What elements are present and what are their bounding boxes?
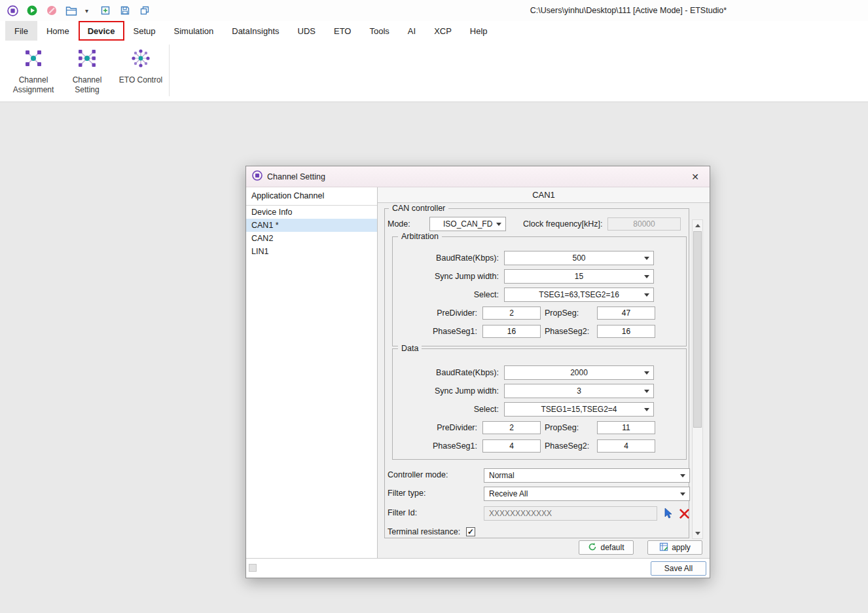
arb-phaseseg2-input[interactable] xyxy=(597,325,655,338)
data-phaseseg1-label: PhaseSeg1: xyxy=(393,441,482,451)
stop-disabled-icon[interactable] xyxy=(46,5,58,16)
data-propseg-label: PropSeg: xyxy=(541,423,597,432)
arb-baudrate-row: BaudRate(Kbps): 500 xyxy=(393,249,686,267)
arb-syncjump-row: Sync Jump width: 15 xyxy=(393,267,686,286)
pick-cursor-icon[interactable] xyxy=(661,506,676,521)
data-phaseseg1-input[interactable] xyxy=(482,439,541,453)
arb-baudrate-label: BaudRate(Kbps): xyxy=(393,253,504,263)
sidebar-item-device-info[interactable]: Device Info xyxy=(246,206,377,219)
menu-simulation[interactable]: Simulation xyxy=(165,21,223,41)
channel-setting-dialog: Channel Setting ✕ Application Channel De… xyxy=(245,166,710,578)
data-baudrate-label: BaudRate(Kbps): xyxy=(393,368,504,377)
channel-assignment-button[interactable]: Channel Assignment xyxy=(7,41,60,102)
terminal-resistance-label: Terminal resistance: xyxy=(388,527,460,536)
menu-simulation-label: Simulation xyxy=(174,26,214,36)
data-select-label: Select: xyxy=(393,405,504,414)
menu-tools[interactable]: Tools xyxy=(360,21,398,41)
data-predivider-input[interactable] xyxy=(482,421,541,434)
channel-settings-panel: CAN1 CAN controller Mode: ISO_CAN_FD Clo… xyxy=(378,187,710,558)
data-phaseseg2-input[interactable] xyxy=(597,439,655,453)
ribbon-device: Channel Assignment Channel Setting ETO C… xyxy=(0,41,868,102)
menu-datainsights[interactable]: DataInsights xyxy=(223,21,288,41)
default-button[interactable]: default xyxy=(579,540,634,555)
data-baudrate-row: BaudRate(Kbps): 2000 xyxy=(393,363,686,382)
channel-setting-icon xyxy=(77,48,97,71)
menu-setup[interactable]: Setup xyxy=(124,21,165,41)
menu-ai[interactable]: AI xyxy=(399,21,425,41)
menu-home[interactable]: Home xyxy=(37,21,79,41)
menu-help[interactable]: Help xyxy=(461,21,497,41)
data-divider-row: PreDivider: PropSeg: xyxy=(393,418,686,437)
arb-baudrate-value: 500 xyxy=(505,251,653,265)
apply-icon xyxy=(659,542,668,553)
arbitration-group: Arbitration BaudRate(Kbps): 500 Sync Jum… xyxy=(392,236,687,346)
dialog-app-icon xyxy=(252,170,262,183)
terminal-resistance-row: Terminal resistance: ✓ xyxy=(385,525,689,540)
data-syncjump-row: Sync Jump width: 3 xyxy=(393,382,686,400)
arb-phaseseg1-input[interactable] xyxy=(482,325,541,338)
channel-assignment-label: Channel Assignment xyxy=(7,75,60,95)
dropdown-arrow-icon xyxy=(680,492,685,496)
eto-control-button[interactable]: ETO Control xyxy=(114,41,168,102)
dropdown-arrow-icon xyxy=(644,257,649,260)
menu-ai-label: AI xyxy=(408,26,416,36)
sidebar-item-can1[interactable]: CAN1 * xyxy=(246,219,377,232)
filter-type-value: Receive All xyxy=(484,487,689,500)
apply-button[interactable]: apply xyxy=(647,540,702,555)
data-syncjump-combo[interactable]: 3 xyxy=(504,384,654,398)
controller-mode-combo[interactable]: Normal xyxy=(484,468,690,483)
data-baudrate-value: 2000 xyxy=(505,366,653,379)
can-controller-group-title: CAN controller xyxy=(389,204,448,213)
menu-file[interactable]: File xyxy=(5,21,37,41)
mode-combo[interactable]: ISO_CAN_FD xyxy=(429,217,506,231)
data-propseg-input[interactable] xyxy=(597,421,655,434)
save-icon[interactable] xyxy=(119,5,131,16)
menu-tools-label: Tools xyxy=(369,26,389,36)
menu-eto[interactable]: ETO xyxy=(325,21,361,41)
new-project-icon[interactable] xyxy=(99,5,111,16)
open-folder-icon[interactable] xyxy=(65,5,77,16)
filter-type-combo[interactable]: Receive All xyxy=(484,487,690,501)
menu-datainsights-label: DataInsights xyxy=(232,26,279,36)
arb-select-row: Select: TSEG1=63,TSEG2=16 xyxy=(393,286,686,304)
menu-file-label: File xyxy=(14,26,28,36)
clear-filter-icon[interactable] xyxy=(677,506,691,521)
data-phaseseg2-label: PhaseSeg2: xyxy=(541,441,597,451)
scroll-down-button[interactable] xyxy=(693,528,702,538)
quick-access-toolbar: ▾ xyxy=(7,0,151,21)
scrollbar-thumb[interactable] xyxy=(693,231,702,428)
arb-predivider-input[interactable] xyxy=(482,306,541,320)
arb-syncjump-combo[interactable]: 15 xyxy=(504,269,654,284)
arb-syncjump-label: Sync Jump width: xyxy=(393,272,504,281)
arb-propseg-input[interactable] xyxy=(597,306,655,320)
open-dropdown-caret-icon[interactable]: ▾ xyxy=(85,7,92,14)
vertical-scrollbar[interactable] xyxy=(692,219,703,539)
data-select-value: TSEG1=15,TSEG2=4 xyxy=(505,403,653,416)
dropdown-arrow-icon xyxy=(644,275,649,278)
data-syncjump-value: 3 xyxy=(505,384,653,398)
dialog-body: Application Channel Device Info CAN1 * C… xyxy=(246,187,710,558)
sidebar-item-lin1[interactable]: LIN1 xyxy=(246,245,377,258)
menu-device[interactable]: Device xyxy=(79,21,124,41)
data-select-combo[interactable]: TSEG1=15,TSEG2=4 xyxy=(504,402,654,417)
arb-baudrate-combo[interactable]: 500 xyxy=(504,251,654,265)
arb-select-combo[interactable]: TSEG1=63,TSEG2=16 xyxy=(504,288,654,302)
run-icon[interactable] xyxy=(26,5,38,16)
scroll-up-button[interactable] xyxy=(693,220,702,231)
controller-mode-value: Normal xyxy=(484,469,689,482)
menu-uds[interactable]: UDS xyxy=(289,21,325,41)
copy-windows-icon[interactable] xyxy=(139,5,151,16)
data-baudrate-combo[interactable]: 2000 xyxy=(504,365,654,380)
arb-phaseseg1-label: PhaseSeg1: xyxy=(393,327,482,336)
dialog-title: Channel Setting xyxy=(267,172,687,181)
channel-setting-button[interactable]: Channel Setting xyxy=(60,41,114,102)
dropdown-arrow-icon xyxy=(680,474,685,477)
sidebar-item-can2[interactable]: CAN2 xyxy=(246,232,377,245)
terminal-resistance-checkbox[interactable]: ✓ xyxy=(466,527,475,536)
eto-control-label: ETO Control xyxy=(119,75,162,85)
menu-help-label: Help xyxy=(470,26,488,36)
save-all-button[interactable]: Save All xyxy=(651,561,706,576)
close-icon[interactable]: ✕ xyxy=(687,168,704,185)
menu-xcp[interactable]: XCP xyxy=(425,21,461,41)
dialog-titlebar[interactable]: Channel Setting ✕ xyxy=(246,166,710,187)
